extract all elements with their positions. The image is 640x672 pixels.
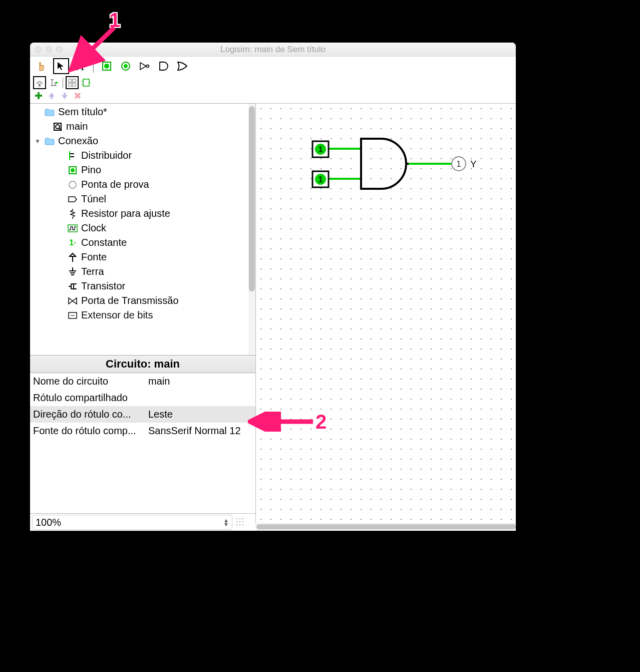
svg-rect-5 [39, 84, 41, 87]
svg-text:Y: Y [470, 159, 477, 169]
tree-item-porta-transmissao[interactable]: Porta de Transmissão [30, 293, 248, 308]
tree-item-label: Transistor [81, 280, 125, 292]
properties-table: Nome do circuito main Rótulo compartilha… [30, 373, 255, 513]
tree-item-label: Constante [81, 237, 127, 248]
simulate-tree-btn[interactable] [47, 76, 60, 89]
delete-btn[interactable] [72, 90, 83, 101]
chevron-down-icon[interactable]: ▼ [34, 138, 41, 145]
tree-item-distribuidor[interactable]: Distribuidor [30, 148, 248, 163]
select-tool[interactable] [53, 58, 69, 74]
tree-item-fonte[interactable]: Fonte [30, 250, 248, 264]
svg-point-25 [239, 518, 240, 519]
svg-point-4 [147, 65, 149, 68]
pin-icon [67, 165, 78, 176]
tree-item-resistor[interactable]: Resistor para ajuste [30, 206, 248, 221]
zoom-dot[interactable] [56, 46, 63, 53]
tree-item-extensor[interactable]: Extensor de bits [30, 308, 248, 322]
toolbar-separator [93, 60, 94, 73]
and-gate-tool[interactable] [156, 58, 172, 74]
canvas-hscrollbar[interactable] [255, 523, 516, 531]
app-window: Logisim: main de Sem título A [30, 43, 516, 531]
project-options-btn[interactable] [33, 76, 46, 89]
prop-value[interactable]: SansSerif Normal 12 [145, 423, 255, 439]
project-toolbar-sep [63, 77, 63, 88]
prop-row-label-font[interactable]: Fonte do rótulo comp... SansSerif Normal… [30, 423, 255, 439]
ground-icon [67, 266, 78, 277]
move-up-btn[interactable] [46, 90, 57, 101]
view-circuit-btn[interactable] [66, 76, 79, 89]
svg-point-26 [242, 518, 243, 519]
main-toolbar: A [30, 57, 516, 76]
prop-row-label-direction[interactable]: Direção do rótulo co... Leste [30, 406, 255, 423]
tree-item-transistor[interactable]: Transistor [30, 279, 248, 293]
titlebar: Logisim: main de Sem título [30, 43, 516, 57]
text-tool[interactable]: A [72, 58, 88, 74]
tree-item-clock[interactable]: Clock [30, 221, 248, 235]
tree-root[interactable]: Sem título* [30, 105, 248, 119]
svg-point-28 [239, 521, 240, 522]
prop-row-shared-label[interactable]: Rótulo compartilhado [30, 390, 255, 406]
properties-header: Circuito: main [30, 355, 255, 373]
tree-main[interactable]: main [30, 119, 248, 134]
view-layout-btn[interactable] [80, 76, 93, 89]
output-pin-tool[interactable] [118, 58, 134, 74]
tree-item-label: Porta de Transmissão [81, 295, 179, 306]
svg-point-1 [104, 64, 109, 69]
tree-item-label: Resistor para ajuste [81, 208, 170, 219]
tree-item-terra[interactable]: Terra [30, 264, 248, 279]
tree-item-pino[interactable]: Pino [30, 163, 248, 177]
zoom-select[interactable]: 100% ▲▼ [32, 515, 232, 530]
tree-scrollbar[interactable] [248, 104, 255, 355]
prop-label: Nome do circuito [30, 373, 145, 390]
window-controls [35, 46, 63, 53]
svg-point-27 [236, 521, 237, 522]
left-pane: Sem título* main ▼ Conexão [30, 103, 255, 531]
svg-rect-18 [69, 151, 70, 160]
prop-value[interactable]: main [145, 373, 255, 390]
minimize-dot[interactable] [46, 46, 52, 53]
not-gate-tool[interactable] [137, 58, 153, 74]
circuit-canvas[interactable]: 1 1 1 Y [255, 103, 516, 523]
svg-rect-7 [69, 79, 72, 82]
tree-wrap: Sem título* main ▼ Conexão [30, 103, 255, 355]
power-icon [67, 252, 78, 263]
svg-point-30 [236, 524, 237, 525]
zoom-row: 100% ▲▼ [30, 513, 255, 531]
svg-point-31 [239, 524, 240, 525]
poke-tool[interactable] [34, 58, 50, 74]
grid-toggle[interactable] [234, 516, 246, 528]
or-gate-tool[interactable] [175, 58, 191, 74]
stepper-icon[interactable]: ▲▼ [223, 518, 229, 526]
prop-value[interactable]: Leste [145, 406, 255, 423]
probe-icon [67, 179, 78, 190]
scrollbar-thumb[interactable] [256, 524, 516, 529]
input-pin-tool[interactable] [99, 58, 115, 74]
clock-icon [67, 223, 78, 234]
tree-item-constante[interactable]: 1· Constante [30, 235, 248, 250]
zoom-value: 100% [36, 517, 61, 528]
prop-label: Direção do rótulo co... [30, 406, 145, 423]
tree-item-label: Túnel [81, 193, 106, 205]
close-dot[interactable] [35, 46, 42, 53]
window-title: Logisim: main de Sem título [30, 45, 516, 55]
add-circuit-btn[interactable] [33, 90, 44, 101]
tree-item-label: Clock [81, 222, 106, 234]
svg-point-3 [124, 64, 128, 68]
move-down-btn[interactable] [59, 90, 70, 101]
prop-value[interactable] [145, 390, 255, 406]
svg-point-20 [71, 168, 75, 172]
folder-icon [44, 107, 55, 118]
prop-label: Rótulo compartilhado [30, 390, 145, 406]
bit-extender-icon [67, 310, 78, 321]
tree-item-ponta[interactable]: Ponta de prova [30, 177, 248, 192]
scrollbar-thumb[interactable] [249, 106, 255, 291]
tree-conexao[interactable]: ▼ Conexão [30, 134, 248, 148]
svg-point-32 [242, 524, 243, 525]
tree-item-label: Fonte [81, 251, 107, 263]
transistor-icon [67, 281, 78, 292]
tree-item-tunel[interactable]: Túnel [30, 192, 248, 206]
prop-row-name[interactable]: Nome do circuito main [30, 373, 255, 390]
svg-rect-10 [73, 83, 76, 86]
svg-point-6 [56, 82, 58, 84]
component-tree[interactable]: Sem título* main ▼ Conexão [30, 104, 248, 355]
